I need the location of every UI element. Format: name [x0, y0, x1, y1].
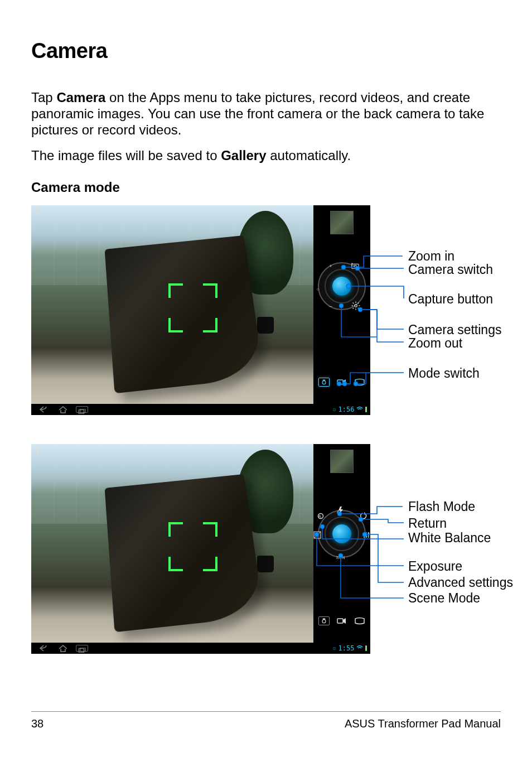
svg-point-35	[365, 536, 367, 537]
p1-pre: Tap	[31, 90, 56, 105]
svg-rect-39	[337, 619, 343, 623]
nav-back-icon[interactable]	[38, 644, 50, 652]
label-adv: Advanced settings	[408, 576, 513, 589]
viewfinder	[31, 205, 313, 404]
svg-point-36	[367, 533, 369, 534]
intro-paragraph-2: The image files will be saved to Gallery…	[31, 148, 501, 164]
zoom-in-button[interactable]	[327, 262, 335, 270]
camera-control-column	[313, 205, 370, 404]
svg-point-37	[322, 620, 326, 623]
svg-rect-41	[80, 648, 85, 652]
zoom-out-button[interactable]	[327, 302, 335, 310]
nav-recent-icon[interactable]	[76, 406, 88, 413]
mode-switch[interactable]	[318, 615, 365, 627]
svg-rect-14	[79, 410, 84, 414]
svg-line-8	[358, 308, 359, 309]
svg-rect-12	[323, 380, 326, 381]
rec-indicator-icon	[316, 287, 320, 291]
svg-rect-13	[337, 380, 343, 384]
mode-switch[interactable]	[318, 376, 365, 388]
label-zoom-out: Zoom out	[408, 337, 462, 350]
svg-text:A: A	[318, 514, 321, 518]
svg-text:+: +	[315, 532, 317, 536]
battery-icon	[365, 407, 367, 412]
wifi-icon	[356, 406, 363, 413]
camera-screenshot-1: 1:56	[31, 205, 370, 415]
svg-rect-16	[333, 408, 336, 411]
capture-button[interactable]	[332, 524, 351, 543]
label-zoom-in: Zoom in	[408, 250, 454, 263]
system-navbar: 1:56	[31, 404, 370, 415]
exposure-button[interactable]: +-	[313, 531, 321, 539]
label-capture: Capture button	[408, 293, 493, 306]
svg-line-10	[353, 308, 354, 309]
svg-rect-15	[80, 409, 85, 413]
mode-photo-icon[interactable]	[318, 378, 330, 387]
nav-back-icon[interactable]	[38, 406, 50, 413]
label-mode-switch: Mode switch	[408, 367, 480, 380]
label-flash: Flash Mode	[408, 500, 475, 513]
label-exposure: Exposure	[408, 560, 462, 573]
label-wb: White Balance	[408, 532, 491, 544]
focus-bracket	[168, 522, 217, 571]
gallery-thumbnail[interactable]	[330, 211, 354, 234]
svg-point-1	[354, 266, 356, 268]
status-bar: 1:55	[333, 644, 370, 652]
flash-indicator-icon	[35, 447, 45, 455]
flash-mode-button[interactable]: A	[335, 507, 346, 514]
settings-dial: A A +- SCN	[318, 510, 366, 558]
svg-point-11	[322, 381, 326, 384]
viewfinder	[31, 444, 313, 643]
camera-control-column: A A +- SCN	[313, 444, 370, 643]
page-number: 38	[31, 717, 43, 730]
camera-screenshot-2: A A +- SCN	[31, 444, 370, 654]
camera-settings-button[interactable]	[351, 301, 360, 310]
label-scene: Scene Mode	[408, 592, 480, 605]
focus-bracket	[168, 283, 217, 332]
mode-photo-icon[interactable]	[318, 616, 330, 625]
nav-home-icon[interactable]	[57, 406, 69, 413]
section-heading: Camera mode	[31, 180, 501, 195]
svg-rect-42	[333, 647, 336, 649]
wifi-icon	[356, 644, 363, 652]
page-title: Camera	[31, 39, 501, 63]
label-camera-switch: Camera switch	[408, 263, 493, 276]
p1-bold: Camera	[56, 90, 105, 105]
white-balance-button[interactable]: A	[317, 512, 325, 520]
gallery-thumbnail[interactable]	[330, 450, 354, 473]
svg-rect-38	[323, 619, 326, 620]
nav-home-icon[interactable]	[57, 644, 69, 652]
capture-button[interactable]	[332, 277, 351, 296]
figure-camera-settings: A A +- SCN	[31, 444, 501, 654]
svg-rect-0	[352, 264, 359, 269]
svg-line-7	[353, 303, 354, 304]
system-navbar: 1:55	[31, 643, 370, 654]
label-return: Return	[408, 517, 447, 530]
status-time: 1:55	[338, 644, 355, 652]
mode-panorama-icon[interactable]	[354, 378, 365, 387]
p2-bold: Gallery	[221, 148, 266, 163]
status-time: 1:56	[338, 406, 355, 413]
sd-icon	[333, 408, 336, 411]
nav-recent-icon[interactable]	[76, 645, 88, 652]
return-button[interactable]	[359, 512, 367, 520]
flash-indicator-icon	[35, 209, 45, 216]
sd-icon	[333, 647, 336, 650]
svg-point-34	[363, 533, 365, 535]
svg-rect-40	[79, 649, 84, 653]
advanced-settings-button[interactable]	[362, 531, 370, 539]
mode-panorama-icon[interactable]	[354, 616, 365, 625]
scene-mode-button[interactable]: SCN	[335, 553, 346, 561]
mode-video-icon[interactable]	[336, 378, 347, 387]
svg-point-2	[355, 305, 357, 307]
status-bar: 1:56	[333, 406, 370, 413]
svg-text:-: -	[318, 535, 319, 538]
camera-switch-button[interactable]	[350, 262, 360, 270]
svg-line-9	[358, 303, 359, 304]
label-settings: Camera settings	[408, 324, 501, 336]
mode-video-icon[interactable]	[336, 616, 347, 625]
page-footer: 38 ASUS Transformer Pad Manual	[31, 711, 501, 730]
battery-icon	[365, 645, 367, 651]
book-title: ASUS Transformer Pad Manual	[345, 717, 501, 730]
capture-dial	[318, 262, 366, 310]
